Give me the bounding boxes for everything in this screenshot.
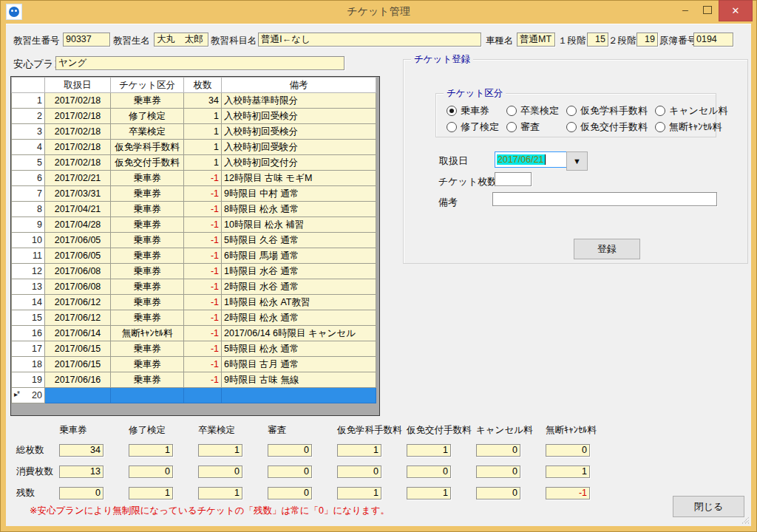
cell-note[interactable]: 入校時初回受検分 xyxy=(222,124,376,140)
cell-kind[interactable]: 乗車券 xyxy=(111,341,184,357)
cell-date[interactable]: 2017/04/28 xyxy=(45,217,111,233)
cell-kind[interactable]: 乗車券 xyxy=(111,279,184,295)
cell-qty[interactable]: 1 xyxy=(184,140,222,155)
ticket-grid[interactable]: 取扱日 チケット区分 枚数 備考 12017/02/18乗車券34入校時基準時限… xyxy=(10,76,380,416)
kind-radio-7[interactable]: 無断ｷｬﾝｾﾙ料 xyxy=(655,119,728,135)
cell-note[interactable]: 5時限目 久谷 通常 xyxy=(222,233,376,248)
cell-kind[interactable]: 乗車券 xyxy=(111,233,184,248)
kind-radio-6[interactable]: キャンセル料 xyxy=(655,103,728,119)
cell-note[interactable]: 入校時初回交付分 xyxy=(222,155,376,171)
cell-qty[interactable]: -1 xyxy=(184,233,222,248)
cell-date[interactable]: 2017/02/18 xyxy=(45,155,111,171)
cell-note[interactable]: 8時限目 松永 通常 xyxy=(222,202,376,217)
cell-kind[interactable]: 乗車券 xyxy=(111,202,184,217)
table-row[interactable]: 132017/06/08乗車券-12時限目 水谷 通常 xyxy=(12,279,376,295)
cell-kind[interactable]: 乗車券 xyxy=(111,310,184,326)
table-row[interactable]: 112017/06/05乗車券-16時限目 馬場 通常 xyxy=(12,248,376,264)
minimize-button[interactable]: – xyxy=(674,0,696,19)
cell-note[interactable]: 5時限目 松永 通常 xyxy=(222,341,376,357)
table-row[interactable]: 152017/06/12乗車券-12時限目 松永 通常 xyxy=(12,310,376,326)
table-row[interactable]: 32017/02/18卒業検定1入校時初回受検分 xyxy=(12,124,376,140)
cell-qty[interactable]: -1 xyxy=(184,310,222,326)
cell-note[interactable]: 2017/06/14 6時限目 キャンセル xyxy=(222,326,376,341)
row-number[interactable]: 3 xyxy=(12,124,45,140)
cell-note[interactable]: 入校時基準時限分 xyxy=(222,93,376,109)
cell-qty[interactable]: -1 xyxy=(184,326,222,341)
cell-date[interactable]: 2017/02/18 xyxy=(45,140,111,155)
cell-note[interactable]: 9時限目 中村 通常 xyxy=(222,186,376,202)
cell-date[interactable]: 2017/06/08 xyxy=(45,279,111,295)
table-row[interactable]: 142017/06/12乗車券-11時限目 松永 AT教習 xyxy=(12,295,376,310)
row-number[interactable]: 16 xyxy=(12,326,45,341)
row-number[interactable]: 6 xyxy=(12,171,45,186)
table-row[interactable]: 52017/02/18仮免交付手数料1入校時初回交付分 xyxy=(12,155,376,171)
table-row[interactable]: 12017/02/18乗車券34入校時基準時限分 xyxy=(12,93,376,109)
cell-kind[interactable]: 無断ｷｬﾝｾﾙ料 xyxy=(111,326,184,341)
row-number[interactable]: 11 xyxy=(12,248,45,264)
resize-grip[interactable] xyxy=(741,516,749,524)
vehicle-type-field[interactable]: 普通MT xyxy=(517,33,555,47)
cell-date[interactable]: 2017/06/05 xyxy=(45,248,111,264)
cell-qty[interactable]: 1 xyxy=(184,155,222,171)
row-number[interactable]: 12 xyxy=(12,264,45,279)
row-number[interactable]: 8 xyxy=(12,202,45,217)
cell-qty[interactable]: 34 xyxy=(184,93,222,109)
cell-qty[interactable]: -1 xyxy=(184,357,222,372)
cell-qty[interactable]: -1 xyxy=(184,202,222,217)
cell-kind[interactable]: 仮免学科手数料 xyxy=(111,140,184,155)
row-number[interactable]: 10 xyxy=(12,233,45,248)
cell-qty[interactable]: 1 xyxy=(184,124,222,140)
cell-qty[interactable]: -1 xyxy=(184,341,222,357)
row-number[interactable]: 15 xyxy=(12,310,45,326)
row-number[interactable]: 5 xyxy=(12,155,45,171)
cell-note[interactable]: 1時限目 水谷 通常 xyxy=(222,264,376,279)
cell-kind[interactable]: 乗車券 xyxy=(111,357,184,372)
table-row[interactable]: 102017/06/05乗車券-15時限目 久谷 通常 xyxy=(12,233,376,248)
stage1-field[interactable]: 15 xyxy=(587,33,608,47)
table-row[interactable]: 162017/06/14無断ｷｬﾝｾﾙ料-12017/06/14 6時限目 キャ… xyxy=(12,326,376,341)
cell-qty[interactable]: -1 xyxy=(184,295,222,310)
date-input[interactable]: 2017/06/21 xyxy=(495,151,567,168)
cell-kind[interactable]: 乗車券 xyxy=(111,186,184,202)
cell-note[interactable]: 6時限目 馬場 通常 xyxy=(222,248,376,264)
cell-date[interactable]: 2017/06/08 xyxy=(45,264,111,279)
row-number[interactable]: 14 xyxy=(12,295,45,310)
cell-kind[interactable]: 乗車券 xyxy=(111,171,184,186)
cell-date[interactable]: 2017/06/15 xyxy=(45,357,111,372)
cell-qty[interactable]: -1 xyxy=(184,372,222,388)
register-button[interactable]: 登録 xyxy=(574,239,640,259)
titlebar[interactable]: チケット管理 – ✕ xyxy=(0,0,757,24)
cell-kind[interactable]: 修了検定 xyxy=(111,109,184,124)
table-row[interactable]: 122017/06/08乗車券-11時限目 水谷 通常 xyxy=(12,264,376,279)
row-number[interactable]: 7 xyxy=(12,186,45,202)
cell-qty[interactable]: -1 xyxy=(184,279,222,295)
table-row[interactable]: 182017/06/15乗車券-16時限目 古月 通常 xyxy=(12,357,376,372)
cell-kind[interactable]: 乗車券 xyxy=(111,93,184,109)
cell-date[interactable]: 2017/03/31 xyxy=(45,186,111,202)
cell-date[interactable]: 2017/06/05 xyxy=(45,233,111,248)
row-number[interactable]: 19 xyxy=(12,372,45,388)
cell-date[interactable]: 2017/02/21 xyxy=(45,171,111,186)
kind-radio-1[interactable]: 修了検定 xyxy=(447,119,499,135)
cell-qty[interactable]: -1 xyxy=(184,186,222,202)
cell-qty[interactable]: 1 xyxy=(184,109,222,124)
cell-kind[interactable]: 乗車券 xyxy=(111,264,184,279)
cell-date[interactable]: 2017/06/12 xyxy=(45,310,111,326)
cell-note[interactable]: 入校時初回受検分 xyxy=(222,109,376,124)
cell-note[interactable]: 1時限目 松永 AT教習 xyxy=(222,295,376,310)
kind-radio-5[interactable]: 仮免交付手数料 xyxy=(566,119,648,135)
cell-note[interactable]: 2時限目 水谷 通常 xyxy=(222,279,376,295)
cell-note[interactable]: 入校時初回受験分 xyxy=(222,140,376,155)
cell-kind[interactable]: 乗車券 xyxy=(111,295,184,310)
row-number[interactable]: 18 xyxy=(12,357,45,372)
maximize-button[interactable] xyxy=(696,0,719,19)
ledger-number-field[interactable]: 0194 xyxy=(693,33,733,47)
table-row[interactable]: 62017/02/21乗車券-112時限目 古味 モギM xyxy=(12,171,376,186)
table-row[interactable]: 82017/04/21乗車券-18時限目 松永 通常 xyxy=(12,202,376,217)
cell-qty[interactable] xyxy=(184,388,222,403)
cell-kind[interactable]: 仮免交付手数料 xyxy=(111,155,184,171)
table-row[interactable]: 192017/06/16乗車券-19時限目 古味 無線 xyxy=(12,372,376,388)
table-row[interactable]: 92017/04/28乗車券-110時限目 松永 補習 xyxy=(12,217,376,233)
stage2-field[interactable]: 19 xyxy=(637,33,658,47)
kind-radio-4[interactable]: 仮免学科手数料 xyxy=(566,103,648,119)
